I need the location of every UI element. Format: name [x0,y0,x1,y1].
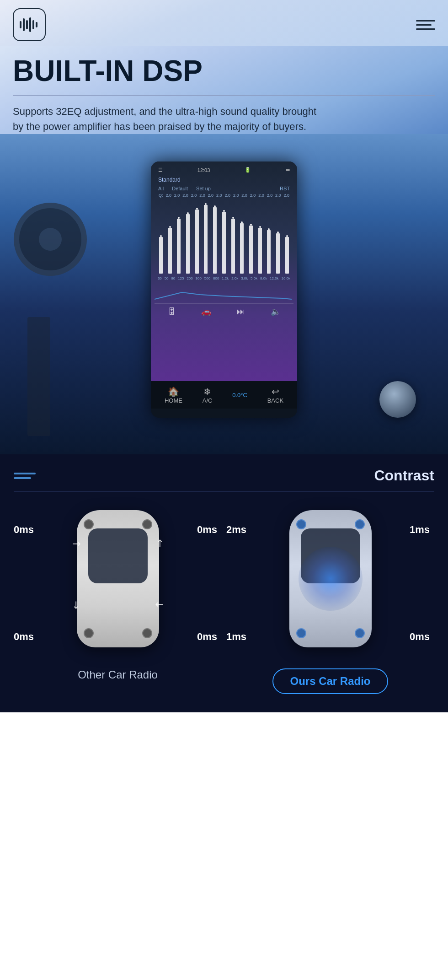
ours-car-label-button[interactable]: Ours Car Radio [272,668,388,694]
ours-time-bottom-left: 1ms [226,631,246,643]
logo-icon [19,16,40,33]
steering-wheel [14,203,87,276]
svg-rect-1 [23,18,25,31]
hero-description: Supports 32EQ adjustment, and the ultra-… [13,104,324,134]
equalizer-icon[interactable]: 🎛 [167,307,176,317]
nav-home[interactable]: 🏠 HOME [165,386,182,404]
speaker-fr [142,519,152,529]
eq-tab-all[interactable]: All [158,186,164,191]
page-title: BUILT-IN DSP [13,55,435,87]
other-time-bottom-left: 0ms [14,631,34,643]
screen-back: ⬅ [286,167,290,173]
svg-rect-3 [29,17,31,32]
speaker-fl [84,519,94,529]
eq-bars [155,200,293,274]
ours-car-comparison: 2ms 1ms 1ms 0ms Ours Ca [226,506,434,694]
other-car-label: Other Car Radio [78,668,158,681]
eq-bar [168,228,172,274]
svg-rect-0 [20,21,21,28]
eq-controls: All Default Set up RST [155,185,293,192]
speaker-rl [84,628,94,638]
speaker-rl [296,628,306,638]
contrast-title: Contrast [374,467,434,484]
other-time-bottom-right: 0ms [197,631,217,643]
screen-battery: 🔋 [245,167,251,173]
eq-tab-default[interactable]: Default [172,186,188,191]
eq-bar [186,214,190,274]
gear-knob [379,381,416,418]
other-car-shape [77,510,159,647]
nav-back[interactable]: ↩ BACK [267,386,283,404]
seatbelt [27,317,50,436]
eq-tab-setup[interactable]: Set up [196,186,211,191]
screen-time: 12:03 [197,167,210,173]
contrast-lines-icon [14,473,36,479]
eq-bar [177,219,181,274]
other-car-comparison: 0ms 0ms 0ms 0ms ↗ ↗ ↗ [14,506,222,681]
eq-bar [195,210,199,274]
eq-bar [231,219,235,274]
logo [13,8,46,41]
speaker-fr [355,519,365,529]
other-car-view: 0ms 0ms 0ms 0ms ↗ ↗ ↗ [14,506,222,661]
eq-bar [222,212,226,274]
screen-bottom-nav: 🏠 HOME ❄ A/C 0.0°C ↩ BACK [151,381,297,409]
speaker-rr [142,628,152,638]
eq-freq-row: 305080125200 3005008001.2k2.0k 3.0k5.0k8… [155,275,293,281]
speaker-fl [296,519,306,529]
eq-bar [204,205,208,274]
speaker-rr [355,628,365,638]
ours-time-bottom-right: 0ms [410,631,430,643]
hero-divider [13,95,435,96]
ours-car-body [289,510,372,647]
ours-time-top-left: 2ms [226,524,246,536]
skip-icon[interactable]: ⏭ [237,307,245,317]
nav-ac[interactable]: ❄ A/C [203,386,213,404]
center-console: ☰ 12:03 🔋 ⬅ Standard All Default Set up … [151,162,297,418]
header [0,0,448,46]
speakers-icon[interactable]: 🔈 [271,307,281,317]
screen-bottom-icons: 🎛 🚗 ⏭ 🔈 [155,303,293,319]
screen-icon-left: ☰ [158,167,163,173]
eq-bar [267,230,271,274]
contrast-header: Contrast [14,467,434,492]
hamburger-menu-button[interactable] [416,20,435,30]
car-icon[interactable]: 🚗 [201,307,211,317]
hero-section: BUILT-IN DSP Supports 32EQ adjustment, a… [0,46,448,134]
other-time-top-left: 0ms [14,524,34,536]
cars-comparison-grid: 0ms 0ms 0ms 0ms ↗ ↗ ↗ [14,506,434,694]
other-car-body: ↗ ↗ ↗ ↗ [77,510,159,647]
eq-bar [159,237,163,274]
eq-mode-label: Standard [155,175,293,185]
eq-bar [276,233,280,274]
contrast-section: Contrast 0ms 0ms 0ms 0ms [0,454,448,712]
eq-bar [240,223,244,274]
svg-rect-5 [36,22,37,27]
other-time-top-right: 0ms [197,524,217,536]
ours-car-shape [289,510,372,647]
screen-status-bar: ☰ 12:03 🔋 ⬅ [155,165,293,175]
eq-curve-svg [155,283,293,302]
ours-car-view: 2ms 1ms 1ms 0ms [226,506,434,661]
eq-q-row: Q: 2.02.02.02.02.0 2.02.02.02.02.0 2.02.… [155,192,293,199]
screen-content: ☰ 12:03 🔋 ⬅ Standard All Default Set up … [151,162,297,381]
eq-bar [285,237,289,274]
nav-temp: 0.0°C [232,392,247,398]
eq-reset[interactable]: RST [280,186,290,191]
car-screen-section: ☰ 12:03 🔋 ⬅ Standard All Default Set up … [0,134,448,454]
sound-wave-effect [299,547,363,611]
eq-bar [258,228,262,274]
ours-time-top-right: 1ms [410,524,430,536]
eq-bar [249,226,253,274]
eq-bar [213,207,217,274]
svg-rect-2 [26,20,28,29]
svg-rect-4 [32,20,34,29]
